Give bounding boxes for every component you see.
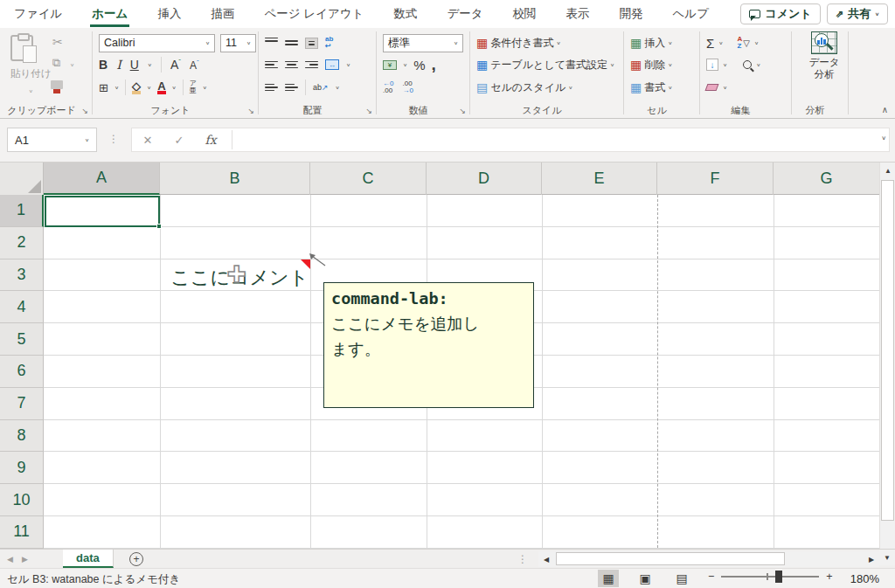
cut-icon[interactable]: ✂ bbox=[52, 35, 63, 49]
format-cells-button[interactable]: ▦ 書式 ∨ bbox=[630, 77, 672, 98]
phonetic-button[interactable]: ア亜 bbox=[190, 80, 197, 94]
align-right-button[interactable] bbox=[305, 59, 318, 71]
accounting-format-button[interactable]: ¥ bbox=[383, 60, 397, 70]
tab-data[interactable]: データ bbox=[445, 1, 484, 27]
increase-indent-button[interactable] bbox=[285, 82, 298, 93]
zoom-level[interactable]: 180% bbox=[850, 572, 879, 585]
column-header-c[interactable]: C bbox=[310, 163, 427, 195]
zoom-slider-handle[interactable] bbox=[775, 571, 782, 583]
number-dialog-launcher-icon[interactable]: ↘ bbox=[459, 107, 466, 115]
delete-cells-button[interactable]: ▦ 削除 ∨ bbox=[630, 54, 672, 75]
new-sheet-button[interactable]: + bbox=[129, 552, 143, 566]
align-left-button[interactable] bbox=[265, 59, 278, 71]
scroll-right-button[interactable]: ▶ bbox=[864, 551, 879, 567]
column-header-a[interactable]: A bbox=[44, 163, 160, 195]
font-color-button[interactable]: A bbox=[157, 81, 165, 94]
fill-color-button[interactable]: ◇ bbox=[132, 81, 141, 94]
insert-cells-button[interactable]: ▦ 挿入 ∨ bbox=[630, 32, 672, 53]
share-button[interactable]: ⇗ 共有 ∨ bbox=[827, 3, 888, 24]
formula-bar-grip-icon[interactable]: ⋮ bbox=[108, 133, 119, 145]
increase-decimal-button[interactable]: ←0.00 bbox=[383, 80, 393, 94]
row-header-6[interactable]: 6 bbox=[0, 356, 44, 388]
decrease-decimal-button[interactable]: .00→0 bbox=[402, 80, 413, 94]
row-header-11[interactable]: 11 bbox=[0, 516, 44, 549]
find-select-icon[interactable] bbox=[743, 60, 752, 69]
column-header-b[interactable]: B bbox=[160, 163, 310, 195]
font-dialog-launcher-icon[interactable]: ↘ bbox=[247, 107, 254, 115]
tab-formulas[interactable]: 数式 bbox=[392, 1, 419, 27]
next-sheet-button[interactable]: ▶ bbox=[22, 555, 28, 564]
data-analysis-button[interactable]: データ分析 bbox=[801, 31, 847, 80]
comments-button[interactable]: コメント bbox=[740, 3, 820, 24]
cell-styles-button[interactable]: ▤ セルのスタイル ∨ bbox=[476, 77, 572, 98]
vertical-scrollbar-thumb[interactable] bbox=[881, 180, 894, 521]
tab-developer[interactable]: 開発 bbox=[618, 1, 645, 27]
scroll-left-button[interactable]: ◀ bbox=[538, 551, 554, 567]
sheet-tab-data[interactable]: data bbox=[63, 550, 114, 568]
shrink-font-button[interactable]: Aˇ bbox=[190, 59, 199, 72]
row-header-9[interactable]: 9 bbox=[0, 452, 44, 484]
tab-view[interactable]: 表示 bbox=[565, 1, 592, 27]
align-center-button[interactable] bbox=[285, 59, 298, 71]
formula-expand-icon[interactable]: ∨ bbox=[881, 135, 886, 142]
zoom-out-button[interactable]: − bbox=[708, 571, 714, 583]
cancel-button[interactable]: ✕ bbox=[132, 134, 163, 147]
wrap-text-button[interactable]: ab↩ bbox=[325, 36, 333, 50]
vertical-scrollbar[interactable]: ▲ bbox=[879, 163, 895, 549]
select-all-corner[interactable] bbox=[0, 163, 44, 195]
paste-button[interactable]: 貼り付け ∨ bbox=[10, 35, 52, 96]
horizontal-scrollbar-track[interactable] bbox=[554, 551, 864, 567]
tab-draw[interactable]: 描画 bbox=[209, 1, 236, 27]
tab-help[interactable]: ヘルプ bbox=[671, 1, 711, 27]
selected-cell-a1[interactable] bbox=[45, 196, 160, 227]
sort-filter-button[interactable]: AZ ▽ bbox=[737, 36, 749, 50]
align-top-button[interactable] bbox=[265, 38, 278, 49]
tab-scrollbar-grip-icon[interactable]: ⋮ bbox=[517, 553, 528, 565]
tab-review[interactable]: 校閲 bbox=[511, 1, 538, 27]
name-box[interactable]: A1 ∨ bbox=[7, 128, 97, 152]
row-header-2[interactable]: 2 bbox=[0, 227, 44, 259]
italic-button[interactable]: I bbox=[116, 58, 121, 72]
row-header-7[interactable]: 7 bbox=[0, 388, 44, 420]
font-name-combo[interactable]: Calibri ∨ bbox=[99, 34, 215, 52]
font-size-combo[interactable]: 11 ∨ bbox=[220, 34, 256, 52]
enter-button[interactable]: ✓ bbox=[163, 134, 195, 147]
collapse-ribbon-icon[interactable]: ∧ bbox=[882, 105, 888, 114]
row-header-5[interactable]: 5 bbox=[0, 323, 44, 356]
bold-button[interactable]: B bbox=[99, 58, 108, 72]
row-header-1[interactable]: 1 bbox=[0, 195, 44, 227]
align-middle-button[interactable] bbox=[285, 38, 298, 49]
column-header-d[interactable]: D bbox=[427, 163, 542, 195]
copy-icon[interactable]: ⧉ bbox=[52, 56, 60, 70]
column-header-g[interactable]: G bbox=[774, 163, 879, 195]
tab-file[interactable]: ファイル bbox=[12, 1, 64, 27]
column-header-f[interactable]: F bbox=[657, 163, 774, 195]
fill-handle[interactable] bbox=[156, 224, 162, 229]
fill-button[interactable]: ↓ bbox=[706, 59, 718, 71]
merge-center-button[interactable]: ↔ bbox=[325, 59, 339, 70]
column-header-e[interactable]: E bbox=[542, 163, 657, 195]
row-header-8[interactable]: 8 bbox=[0, 420, 44, 453]
comma-style-button[interactable]: , bbox=[431, 55, 435, 74]
autosum-button[interactable]: Σ bbox=[706, 36, 714, 51]
prev-sheet-button[interactable]: ◀ bbox=[7, 555, 13, 564]
page-layout-view-button[interactable]: ▣ bbox=[635, 570, 656, 587]
grow-font-button[interactable]: Aˆ bbox=[170, 58, 181, 72]
format-painter-icon[interactable] bbox=[51, 80, 63, 89]
scroll-up-button[interactable]: ▲ bbox=[880, 163, 895, 178]
decrease-indent-button[interactable] bbox=[265, 82, 278, 93]
tab-insert[interactable]: 挿入 bbox=[156, 1, 183, 27]
align-bottom-button[interactable] bbox=[305, 38, 318, 49]
number-format-combo[interactable]: 標準 ∨ bbox=[383, 34, 463, 52]
clipboard-dialog-launcher-icon[interactable]: ↘ bbox=[81, 107, 88, 115]
tab-home[interactable]: ホーム bbox=[90, 1, 129, 27]
alignment-dialog-launcher-icon[interactable]: ↘ bbox=[365, 107, 372, 115]
horizontal-scrollbar-thumb[interactable] bbox=[556, 552, 785, 565]
row-header-3[interactable]: 3 bbox=[0, 259, 44, 292]
conditional-formatting-button[interactable]: ▦ 条件付き書式 ∨ bbox=[476, 32, 561, 53]
scroll-down-button[interactable]: ▼ bbox=[879, 550, 895, 565]
clear-icon[interactable] bbox=[705, 84, 719, 91]
row-header-10[interactable]: 10 bbox=[0, 484, 44, 516]
insert-function-button[interactable]: fx bbox=[195, 133, 226, 147]
borders-button[interactable]: ⊞ bbox=[99, 82, 108, 93]
